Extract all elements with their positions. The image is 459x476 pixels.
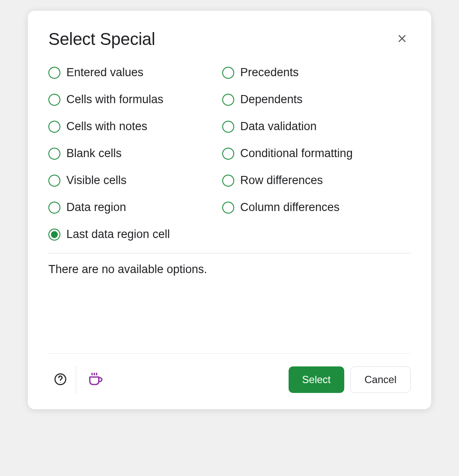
divider: [48, 253, 411, 253]
radio-label: Conditional formatting: [240, 147, 353, 160]
select-special-dialog: Select Special Entered valuesPrecedentsC…: [28, 11, 431, 409]
radio-label: Column differences: [240, 201, 340, 214]
radio-label: Data region: [66, 201, 126, 214]
radio-label: Entered values: [66, 66, 143, 79]
radio-label: Blank cells: [66, 147, 122, 160]
help-button[interactable]: [48, 368, 72, 392]
radio-label: Visible cells: [66, 174, 127, 187]
radio-label: Dependents: [240, 93, 303, 106]
footer-divider: [76, 366, 76, 394]
radio-icon: [48, 67, 60, 79]
radio-icon: [48, 229, 60, 241]
info-text: There are no available options.: [48, 263, 411, 276]
radio-entered-values[interactable]: Entered values: [48, 66, 220, 79]
radio-label: Row differences: [240, 174, 323, 187]
radio-label: Precedents: [240, 66, 299, 79]
svg-point-3: [60, 382, 61, 383]
radio-icon: [48, 175, 60, 187]
radio-column-differences[interactable]: Column differences: [222, 201, 411, 214]
radio-precedents[interactable]: Precedents: [222, 66, 411, 79]
radio-icon: [222, 94, 234, 106]
help-icon: [54, 373, 67, 387]
radio-label: Last data region cell: [66, 228, 170, 241]
radio-label: Cells with notes: [66, 120, 147, 133]
radio-icon: [222, 175, 234, 187]
close-button[interactable]: [393, 31, 411, 48]
radio-group: Entered valuesPrecedentsCells with formu…: [48, 66, 411, 241]
dialog-header: Select Special: [28, 11, 431, 56]
footer-right: Select Cancel: [289, 366, 411, 393]
cancel-button[interactable]: Cancel: [350, 366, 411, 393]
close-icon: [397, 33, 407, 45]
radio-data-region[interactable]: Data region: [48, 201, 220, 214]
donate-button[interactable]: [83, 368, 107, 392]
radio-icon: [48, 121, 60, 133]
radio-last-data-region-cell[interactable]: Last data region cell: [48, 228, 220, 241]
radio-cells-notes[interactable]: Cells with notes: [48, 120, 220, 133]
radio-conditional-formatting[interactable]: Conditional formatting: [222, 147, 411, 160]
radio-icon: [48, 148, 60, 160]
radio-icon: [222, 67, 234, 79]
dialog-body: Entered valuesPrecedentsCells with formu…: [28, 56, 431, 353]
radio-icon: [222, 121, 234, 133]
coffee-icon: [86, 370, 104, 390]
radio-visible-cells[interactable]: Visible cells: [48, 174, 220, 187]
footer-left: [48, 366, 107, 394]
radio-dependents[interactable]: Dependents: [222, 93, 411, 106]
radio-icon: [222, 202, 234, 214]
radio-label: Data validation: [240, 120, 317, 133]
radio-blank-cells[interactable]: Blank cells: [48, 147, 220, 160]
radio-icon: [222, 148, 234, 160]
radio-icon: [48, 94, 60, 106]
dialog-footer: Select Cancel: [48, 353, 411, 409]
radio-cells-formulas[interactable]: Cells with formulas: [48, 93, 220, 106]
dialog-title: Select Special: [48, 30, 155, 49]
radio-data-validation[interactable]: Data validation: [222, 120, 411, 133]
radio-row-differences[interactable]: Row differences: [222, 174, 411, 187]
select-button[interactable]: Select: [289, 366, 345, 393]
radio-label: Cells with formulas: [66, 93, 164, 106]
radio-icon: [48, 202, 60, 214]
